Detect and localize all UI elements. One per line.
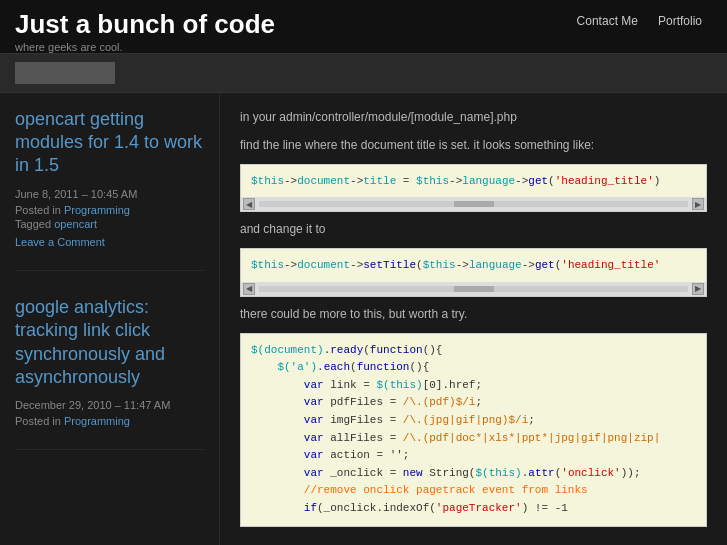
nav: Contact Me Portfolio (567, 10, 712, 38)
post1-content: in your admin/controller/module/[module_… (240, 108, 707, 323)
post1-find: find the line where the document title i… (240, 136, 707, 154)
code-content-2: $this->document->setTitle($this->languag… (241, 249, 706, 282)
content: in your admin/controller/module/[module_… (220, 93, 727, 545)
scroll-right-2[interactable]: ▶ (692, 283, 704, 295)
scroll-left-1[interactable]: ◀ (243, 198, 255, 210)
post-title-2[interactable]: google analytics: tracking link click sy… (15, 296, 204, 390)
main: opencart getting modules for 1.4 to work… (0, 93, 727, 545)
nav-contact[interactable]: Contact Me (567, 10, 648, 32)
code-line-6: var action = ''; (251, 447, 696, 465)
code-line-3: var pdfFiles = /\.(pdf)$/i; (251, 394, 696, 412)
post-category-label-2: Posted in Programming (15, 415, 204, 427)
scroll-left-2[interactable]: ◀ (243, 283, 255, 295)
sidebar: opencart getting modules for 1.4 to work… (0, 93, 220, 545)
code-line-1: $('a').each(function(){ (251, 359, 696, 377)
post1-outro: there could be more to this, but worth a… (240, 305, 707, 323)
code-line-9: if(_onclick.indexOf('pageTracker') != -1 (251, 500, 696, 518)
scroll-track-2 (259, 286, 688, 292)
post1-intro: in your admin/controller/module/[module_… (240, 108, 707, 126)
post-title-1[interactable]: opencart getting modules for 1.4 to work… (15, 108, 204, 178)
post-section-2: google analytics: tracking link click sy… (15, 296, 204, 451)
search-input[interactable] (15, 62, 115, 84)
code-block-large: $(document).ready(function(){ $('a').eac… (240, 333, 707, 527)
code-line-4: var imgFiles = /\.(jpg|gif|png)$/i; (251, 412, 696, 430)
site-tagline: where geeks are cool. (15, 41, 275, 53)
code-block-1: $this->document->title = $this->language… (240, 164, 707, 213)
scroll-right-1[interactable]: ▶ (692, 198, 704, 210)
post1-change: and change it to (240, 220, 707, 238)
code-line-0: $(document).ready(function(){ (251, 342, 696, 360)
scrollbar-2[interactable]: ◀ ▶ (241, 282, 706, 296)
code-line-7: var _onclick = new String($(this).attr('… (251, 465, 696, 483)
post-tag-label-1: Tagged opencart (15, 218, 204, 230)
scrollbar-1[interactable]: ◀ ▶ (241, 197, 706, 211)
code-line-8: //remove onclick pagetrack event from li… (251, 482, 696, 500)
scroll-thumb-2 (454, 286, 494, 292)
search-bar-area (0, 54, 727, 93)
code-content-1: $this->document->title = $this->language… (241, 165, 706, 198)
header-left: Just a bunch of code where geeks are coo… (15, 10, 275, 53)
post-category-label-1: Posted in Programming (15, 204, 204, 216)
post-tag-link-1[interactable]: opencart (54, 218, 97, 230)
code-line-5: var allFiles = /\.(pdf|doc*|xls*|ppt*|jp… (251, 430, 696, 448)
post-category-link-2[interactable]: Programming (64, 415, 130, 427)
scroll-track-1 (259, 201, 688, 207)
scroll-thumb-1 (454, 201, 494, 207)
post-date-2: December 29, 2010 – 11:47 AM (15, 399, 204, 411)
code-content-large: $(document).ready(function(){ $('a').eac… (241, 334, 706, 526)
code-line-2: var link = $(this)[0].href; (251, 377, 696, 395)
nav-portfolio[interactable]: Portfolio (648, 10, 712, 32)
site-title: Just a bunch of code (15, 10, 275, 39)
post-category-link-1[interactable]: Programming (64, 204, 130, 216)
code-block-2: $this->document->setTitle($this->languag… (240, 248, 707, 297)
post-comment-link-1[interactable]: Leave a Comment (15, 236, 105, 248)
post-date-1: June 8, 2011 – 10:45 AM (15, 188, 204, 200)
header: Just a bunch of code where geeks are coo… (0, 0, 727, 54)
post-section-1: opencart getting modules for 1.4 to work… (15, 108, 204, 271)
